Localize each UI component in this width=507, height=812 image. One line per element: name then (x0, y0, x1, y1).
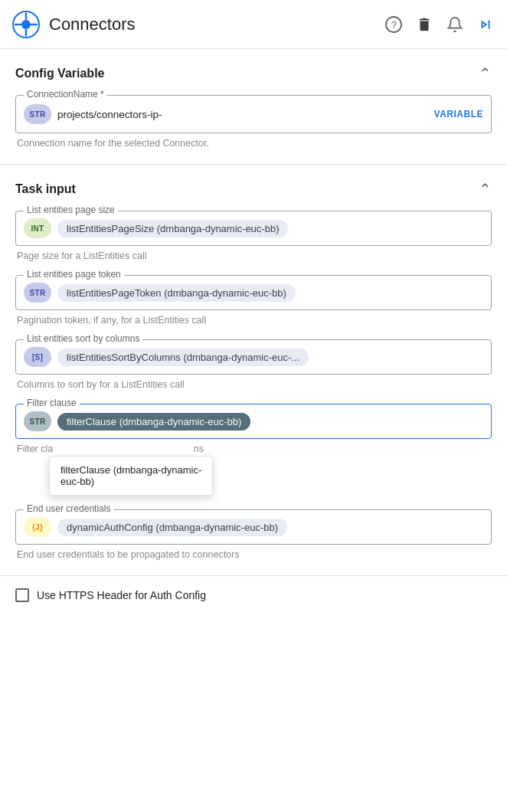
page-size-type-badge: INT (24, 218, 51, 238)
page-size-input-row: INT listEntitiesPageSize (dmbanga-dynami… (16, 211, 491, 245)
config-variable-section: Config Variable ⌃ ConnectionName * STR p… (0, 49, 507, 165)
dynamic-auth-input-wrapper: End user credentials {J} dynamicAuthConf… (15, 509, 492, 545)
sort-columns-input-wrapper: List entities sort by columns [S] listEn… (15, 339, 492, 375)
header-actions: ? (384, 15, 495, 34)
filter-clause-autocomplete[interactable]: filterClause (dmbanga-dynamic-euc-bb) (49, 456, 213, 496)
page-token-input-row: STR listEntitiesPageToken (dmbanga-dynam… (16, 276, 491, 309)
sort-columns-description: Columns to sort by for a ListEntities ca… (15, 379, 492, 390)
page-size-input-wrapper: List entities page size INT listEntities… (15, 211, 492, 246)
filter-clause-type-badge: STR (24, 411, 51, 431)
help-icon[interactable]: ? (384, 15, 403, 34)
delete-icon[interactable] (415, 15, 433, 34)
task-input-section: Task input ⌃ List entities page size INT… (0, 165, 507, 576)
page-size-value: listEntitiesPageSize (dmbanga-dynamic-eu… (57, 220, 288, 237)
sort-columns-label: List entities sort by columns (24, 333, 142, 344)
filter-clause-input-wrapper: Filter clause STR filterClause (dmbanga-… (15, 404, 492, 439)
sort-columns-type-badge: [S] (24, 347, 51, 367)
connection-name-type-badge: STR (24, 104, 51, 124)
page-size-label: List entities page size (24, 205, 118, 215)
task-input-collapse-icon[interactable]: ⌃ (479, 180, 492, 198)
connection-name-value: projects/connectors-ip- (57, 109, 428, 120)
app-header: Connectors ? (0, 0, 507, 49)
page-token-label: List entities page token (24, 269, 124, 280)
dynamic-auth-description: End user credentials to be propagated to… (15, 549, 492, 560)
bell-icon[interactable] (446, 15, 464, 34)
filter-clause-label: Filter clause (24, 398, 80, 408)
skip-forward-icon[interactable] (476, 15, 495, 34)
dynamic-auth-field-group: End user credentials {J} dynamicAuthConf… (15, 509, 492, 560)
dynamic-auth-label: End user credentials (24, 503, 113, 514)
filter-clause-field-group: Filter clause STR filterClause (dmbanga-… (15, 404, 492, 496)
config-variable-header: Config Variable ⌃ (15, 49, 492, 95)
connection-name-input-wrapper: ConnectionName * STR projects/connectors… (15, 95, 492, 133)
sort-columns-field-group: List entities sort by columns [S] listEn… (15, 339, 492, 390)
sort-columns-value: listEntitiesSortByColumns (dmbanga-dynam… (57, 349, 309, 366)
https-header-checkbox[interactable] (15, 588, 29, 602)
variable-badge[interactable]: VARIABLE (434, 109, 483, 120)
page-size-description: Page size for a ListEntities call (15, 250, 492, 261)
task-input-header: Task input ⌃ (15, 165, 492, 211)
filter-clause-description: Filter cla ns (15, 444, 492, 454)
dynamic-auth-type-badge: {J} (24, 517, 51, 537)
svg-text:?: ? (391, 19, 396, 31)
https-header-label: Use HTTPS Header for Auth Config (37, 589, 206, 601)
page-title: Connectors (49, 15, 384, 34)
page-token-type-badge: STR (24, 283, 51, 303)
dynamic-auth-input-row: {J} dynamicAuthConfig (dmbanga-dynamic-e… (16, 510, 491, 544)
dynamic-auth-value: dynamicAuthConfig (dmbanga-dynamic-euc-b… (57, 519, 287, 536)
task-input-title: Task input (15, 182, 76, 196)
sort-columns-input-row: [S] listEntitiesSortByColumns (dmbanga-d… (16, 340, 491, 374)
page-token-value: listEntitiesPageToken (dmbanga-dynamic-e… (57, 284, 296, 302)
https-checkbox-row[interactable]: Use HTTPS Header for Auth Config (0, 576, 507, 614)
filter-clause-value: filterClause (dmbanga-dynamic-euc-bb) (57, 413, 250, 431)
config-variable-title: Config Variable (15, 67, 104, 80)
connection-name-description: Connection name for the selected Connect… (15, 138, 492, 149)
connection-name-input-row: STR projects/connectors-ip- VARIABLE (16, 96, 491, 133)
page-size-field-group: List entities page size INT listEntities… (15, 211, 492, 261)
connection-name-field-group: ConnectionName * STR projects/connectors… (15, 95, 492, 149)
connection-name-label: ConnectionName * (24, 89, 107, 100)
page-token-field-group: List entities page token STR listEntitie… (15, 275, 492, 326)
svg-point-1 (21, 20, 31, 29)
app-logo-icon (12, 11, 40, 38)
page-token-input-wrapper: List entities page token STR listEntitie… (15, 275, 492, 310)
config-variable-collapse-icon[interactable]: ⌃ (479, 64, 492, 83)
page-token-description: Pagination token, if any, for a ListEnti… (15, 315, 492, 326)
filter-clause-input-row: STR filterClause (dmbanga-dynamic-euc-bb… (16, 404, 491, 438)
